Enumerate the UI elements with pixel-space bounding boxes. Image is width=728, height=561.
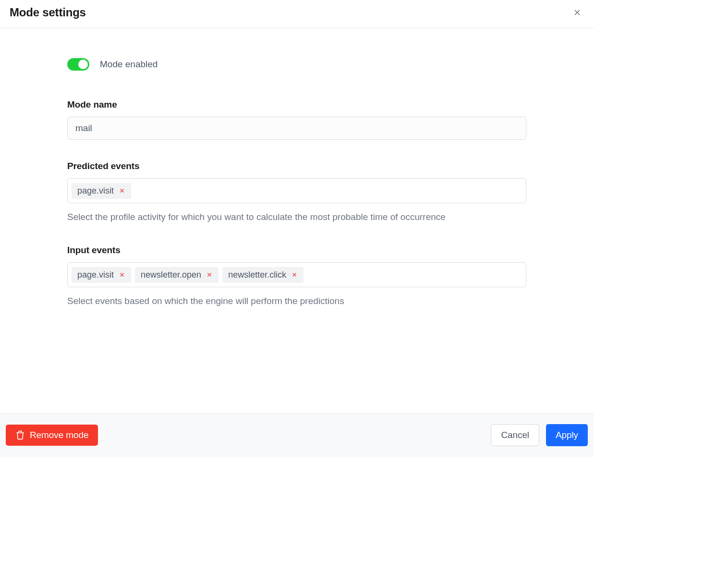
x-icon [119,187,125,194]
predicted-events-label: Predicted events [67,161,526,171]
tag-remove-button[interactable] [291,271,298,278]
remove-mode-button[interactable]: Remove mode [6,425,98,446]
tag-input-newsletter-click: newsletter.click [222,267,303,283]
tag-remove-button[interactable] [119,187,125,194]
mode-name-input[interactable] [67,117,526,140]
x-icon [206,271,213,278]
dialog-content: Mode enabled Mode name Predicted events … [0,28,594,413]
mode-enabled-label: Mode enabled [100,59,158,70]
tag-label: newsletter.click [228,270,286,280]
toggle-handle-icon [78,60,88,69]
mode-name-label: Mode name [67,99,526,110]
dialog-footer: Remove mode Cancel Apply [0,413,594,457]
tag-remove-button[interactable] [119,271,125,278]
mode-enabled-toggle[interactable] [67,58,89,71]
page-title: Mode settings [10,6,86,19]
close-icon [572,8,582,17]
x-icon [291,271,298,278]
tag-input-page-visit: page.visit [72,267,131,283]
input-events-label: Input events [67,245,526,256]
predicted-events-input[interactable]: page.visit [67,178,526,203]
tag-label: page.visit [77,186,114,196]
input-events-helper: Select events based on which the engine … [67,294,526,308]
tag-label: newsletter.open [141,270,201,280]
cancel-button[interactable]: Cancel [491,424,539,446]
mode-enabled-row: Mode enabled [67,58,526,71]
close-button[interactable] [570,6,584,19]
mode-name-field: Mode name [67,99,526,140]
input-events-field: Input events page.visit newsletter.open … [67,245,526,308]
predicted-events-field: Predicted events page.visit Select the p… [67,161,526,224]
footer-actions: Cancel Apply [491,424,588,446]
remove-mode-label: Remove mode [30,430,88,440]
predicted-events-helper: Select the profile activity for which yo… [67,210,526,224]
tag-remove-button[interactable] [206,271,213,278]
input-events-input[interactable]: page.visit newsletter.open newsletter.cl… [67,262,526,287]
apply-button[interactable]: Apply [546,424,588,446]
tag-input-newsletter-open: newsletter.open [135,267,218,283]
x-icon [119,271,125,278]
trash-icon [15,430,25,440]
dialog-header: Mode settings [0,0,594,28]
tag-predicted-page-visit: page.visit [72,183,131,199]
tag-label: page.visit [77,270,114,280]
